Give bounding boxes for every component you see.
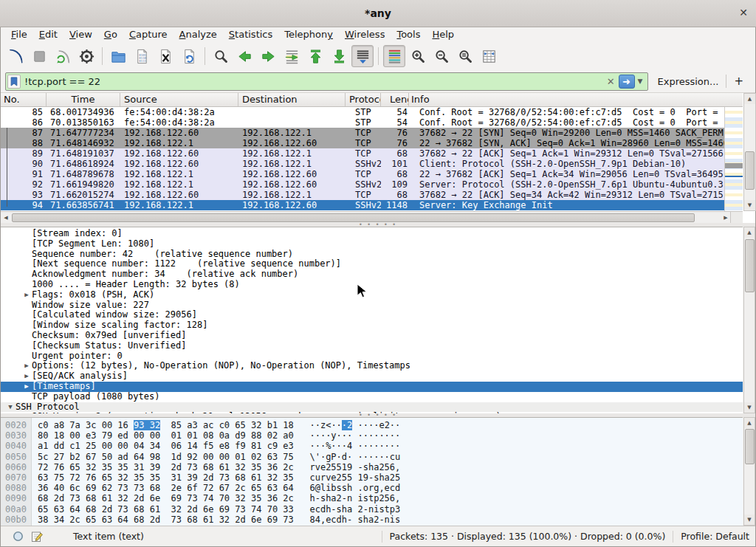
packet-row-85[interactable]: 8568.001734936fe:54:00:d4:38:2aSTP54Conf… — [1, 107, 724, 117]
packet-row-87[interactable]: 8771.647777234192.168.122.60192.168.122.… — [1, 128, 724, 138]
titlebar[interactable]: *any ✕ — [0, 0, 756, 27]
detail-line[interactable]: ▶[Timestamps] — [1, 382, 743, 392]
menu-wireless[interactable]: Wireless — [339, 28, 391, 41]
toolbar-go-to-packet-button[interactable] — [281, 45, 303, 67]
hex-row-0040[interactable]: 0040a1 dd c1 25 00 00 04 34 06 14 f5 e8 … — [1, 441, 743, 451]
scrollbar-thumb[interactable] — [745, 239, 755, 292]
detail-line[interactable]: [Checksum Status: Unverified] — [1, 341, 743, 351]
scroll-left-icon[interactable]: ◀ — [1, 213, 11, 223]
toolbar-colorize-button[interactable] — [383, 45, 405, 67]
hex-row-00a0[interactable]: 00a065 63 64 68 2d 73 68 61 32 2d 6e 69 … — [1, 504, 743, 515]
toolbar-resize-columns-button[interactable] — [478, 45, 500, 67]
menu-view[interactable]: View — [63, 28, 98, 41]
detail-line[interactable]: 1000 .... = Header Length: 32 bytes (8) — [1, 280, 743, 290]
detail-line[interactable]: Window size value: 227 — [1, 300, 743, 311]
expert-info-icon[interactable] — [13, 531, 24, 542]
scroll-up-icon[interactable]: ▲ — [744, 227, 755, 238]
toolbar-close-file-button[interactable] — [154, 45, 176, 67]
column-header-length[interactable]: Length — [381, 93, 409, 106]
menu-capture[interactable]: Capture — [123, 28, 173, 41]
packet-minimap[interactable] — [724, 107, 743, 211]
detail-line[interactable]: [Calculated window size: 29056] — [1, 310, 743, 320]
expander-collapsed-icon[interactable]: ▶ — [21, 371, 32, 382]
toolbar-zoom-out-button[interactable] — [430, 45, 453, 67]
packet-row-94[interactable]: 9471.663856741192.168.122.1192.168.122.6… — [1, 200, 724, 210]
toolbar-go-back-button[interactable] — [233, 45, 255, 67]
column-header-no[interactable]: No. — [1, 93, 47, 106]
scrollbar-thumb[interactable] — [745, 151, 755, 190]
scroll-down-icon[interactable]: ▼ — [744, 200, 755, 210]
menu-tools[interactable]: Tools — [391, 28, 426, 41]
detail-line[interactable]: Acknowledgment number: 34 (relative ack … — [1, 269, 743, 280]
toolbar-go-forward-button[interactable] — [257, 45, 279, 67]
scroll-down-icon[interactable]: ▼ — [744, 515, 755, 525]
packet-row-91[interactable]: 9171.648789678192.168.122.1192.168.122.6… — [1, 169, 724, 179]
detail-line[interactable]: ▶Options: (12 bytes), No-Operation (NOP)… — [1, 361, 743, 371]
detail-line[interactable]: TCP payload (1080 bytes) — [1, 392, 743, 402]
capture-comment-icon[interactable] — [31, 531, 44, 543]
hex-dump-pane[interactable]: 0020c0 a8 7a 3c 00 16 93 32 85 a3 ac c0 … — [1, 417, 743, 526]
toolbar-stop-capture-button[interactable] — [28, 45, 50, 67]
detail-line[interactable]: [Window size scaling factor: 128] — [1, 320, 743, 331]
column-header-source[interactable]: Source — [120, 93, 238, 106]
toolbar-open-file-button[interactable] — [107, 45, 129, 67]
hscrollbar-thumb[interactable] — [12, 213, 695, 222]
detail-line[interactable]: Urgent pointer: 0 — [1, 351, 743, 362]
column-header-protocol[interactable]: Protocol — [346, 93, 381, 106]
toolbar-zoom-in-button[interactable] — [407, 45, 429, 67]
toolbar-restart-capture-button[interactable] — [52, 45, 74, 67]
hex-row-0070[interactable]: 007063 75 72 76 65 32 35 35 31 39 2d 73 … — [1, 472, 743, 483]
menu-statistics[interactable]: Statistics — [223, 28, 278, 41]
toolbar-auto-scroll-button[interactable] — [351, 45, 374, 67]
packet-row-92[interactable]: 9271.661949820192.168.122.1192.168.122.6… — [1, 179, 724, 190]
detail-line[interactable]: Sequence number: 42 (relative sequence n… — [1, 250, 743, 260]
close-icon[interactable]: ✕ — [739, 7, 748, 18]
scrollbar-thumb[interactable] — [745, 429, 755, 464]
details-scrollbar[interactable]: ▲ ▼ — [743, 227, 755, 413]
hex-row-0060[interactable]: 006072 76 65 32 35 35 31 39 2d 73 68 61 … — [1, 462, 743, 472]
menu-go[interactable]: Go — [98, 28, 123, 41]
expander-collapsed-icon[interactable]: ▶ — [21, 361, 32, 371]
hex-row-0050[interactable]: 00505c 27 b2 67 50 ad 64 98 1d 92 00 00 … — [1, 452, 743, 462]
scroll-down-icon[interactable]: ▼ — [744, 402, 755, 413]
packet-row-89[interactable]: 8971.648191037192.168.122.60192.168.122.… — [1, 148, 724, 159]
apply-filter-button[interactable]: ➜ — [619, 75, 635, 89]
detail-line[interactable]: ▶Flags: 0x018 (PSH, ACK) — [1, 290, 743, 300]
filter-bookmark-icon[interactable] — [7, 75, 21, 89]
column-header-time[interactable]: Time — [47, 93, 120, 106]
display-filter-input[interactable]: !tcp.port == 22 — [24, 76, 603, 87]
menu-help[interactable]: Help — [426, 28, 460, 41]
toolbar-find-packet-button[interactable] — [210, 45, 232, 67]
hex-row-0090[interactable]: 009068 2d 73 68 61 32 2d 6e 69 73 74 70 … — [1, 493, 743, 503]
toolbar-capture-options-button[interactable] — [75, 45, 97, 67]
expander-collapsed-icon[interactable]: ▶ — [21, 290, 32, 300]
scroll-up-icon[interactable]: ▲ — [744, 418, 755, 428]
hex-row-0080[interactable]: 008036 40 6c 69 62 73 73 68 2e 6f 72 67 … — [1, 483, 743, 493]
packet-row-90[interactable]: 9071.648618924192.168.122.60192.168.122.… — [1, 159, 724, 169]
toolbar-reload-file-button[interactable] — [178, 45, 200, 67]
hex-scrollbar[interactable]: ▲ ▼ — [743, 417, 755, 526]
status-profile[interactable]: Profile: Default — [681, 531, 749, 542]
packet-list-scrollbar[interactable]: ▲ ▼ — [743, 93, 756, 211]
menu-edit[interactable]: Edit — [33, 28, 63, 41]
expression-button[interactable]: Expression... — [648, 76, 726, 87]
scroll-right-icon[interactable]: ▶ — [721, 213, 731, 223]
hex-row-00b0[interactable]: 00b038 34 2c 65 63 64 68 2d 73 68 61 32 … — [1, 515, 743, 525]
menu-file[interactable]: File — [5, 28, 33, 41]
toolbar-go-last-button[interactable] — [328, 45, 350, 67]
toolbar-start-capture-button[interactable] — [4, 45, 27, 67]
detail-line[interactable]: ▶[SEQ/ACK analysis] — [1, 371, 743, 382]
detail-line[interactable]: [TCP Segment Len: 1080] — [1, 239, 743, 250]
column-header-destination[interactable]: Destination — [238, 93, 346, 106]
menu-telephony[interactable]: Telephony — [278, 28, 339, 41]
detail-line[interactable]: [Next sequence number: 1122 (relative se… — [1, 259, 743, 269]
menu-analyze[interactable]: Analyze — [173, 28, 223, 41]
packet-row-93[interactable]: 9371.662015274192.168.122.60192.168.122.… — [1, 190, 724, 200]
filter-dropdown-caret[interactable]: ▼ — [635, 78, 647, 85]
add-filter-button[interactable]: + — [726, 75, 751, 88]
expander-expanded-icon[interactable]: ▼ — [5, 402, 16, 413]
toolbar-go-first-button[interactable] — [304, 45, 326, 67]
detail-line[interactable]: ▼SSH Protocol — [1, 402, 743, 413]
packet-row-88[interactable]: 8871.648146932192.168.122.1192.168.122.6… — [1, 138, 724, 148]
column-header-info[interactable]: Info — [409, 93, 743, 106]
